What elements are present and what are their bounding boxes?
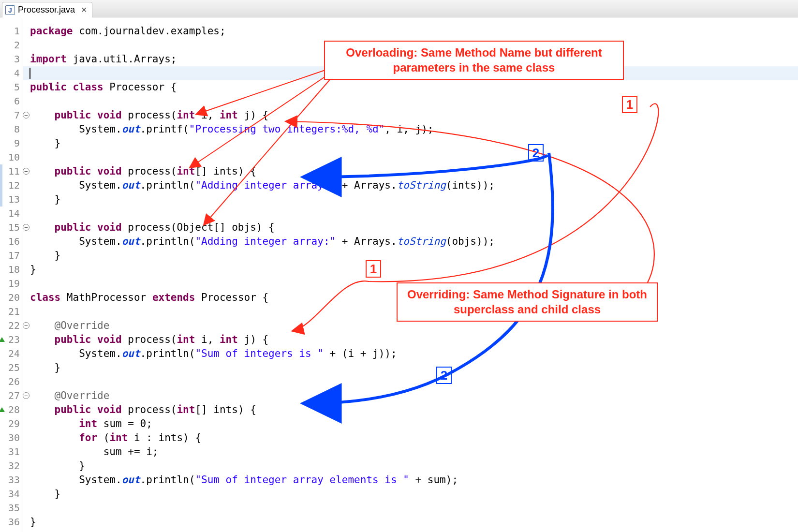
- editor-tab-active[interactable]: J Processor.java ✕: [2, 2, 92, 17]
- java-file-icon: J: [5, 5, 15, 15]
- code-line[interactable]: [30, 150, 798, 164]
- code-line[interactable]: int sum = 0;: [30, 417, 798, 431]
- code-line[interactable]: }: [30, 515, 798, 529]
- line-number: 15‒: [0, 221, 23, 235]
- line-number: 27‒: [0, 389, 23, 403]
- code-line[interactable]: public void process(int[] ints) {: [30, 164, 798, 178]
- line-number: 1: [0, 24, 23, 38]
- code-line[interactable]: public void process(Object[] objs) {: [30, 221, 798, 235]
- code-line[interactable]: }: [30, 136, 798, 150]
- line-number: 18: [0, 263, 23, 277]
- line-number: 28: [0, 403, 23, 417]
- line-number: 13: [0, 192, 23, 207]
- code-line[interactable]: public void process(int i, int j) {: [30, 108, 798, 122]
- code-line[interactable]: public void process(int[] ints) {: [30, 403, 798, 417]
- line-number: 2: [0, 38, 23, 52]
- tab-filename: Processor.java: [18, 5, 75, 15]
- override-marker-icon[interactable]: [0, 337, 5, 342]
- code-line[interactable]: [30, 501, 798, 515]
- line-number: 34: [0, 487, 23, 501]
- line-number: 14: [0, 207, 23, 221]
- code-line[interactable]: for (int i : ints) {: [30, 431, 798, 445]
- override-marker-icon[interactable]: [0, 407, 5, 412]
- code-area[interactable]: package com.journaldev.examples;import j…: [23, 17, 798, 532]
- code-line[interactable]: System.out.println("Adding integer array…: [30, 178, 798, 192]
- editor: 1234567‒891011‒12131415‒16171819202122‒2…: [0, 17, 798, 532]
- code-line[interactable]: [23, 66, 798, 80]
- code-line[interactable]: System.out.printf("Processing two intege…: [30, 122, 798, 136]
- line-number: 17: [0, 249, 23, 263]
- line-number: 3: [0, 52, 23, 66]
- line-number: 20: [0, 291, 23, 305]
- line-number: 33: [0, 473, 23, 487]
- line-number: 32: [0, 459, 23, 473]
- code-line[interactable]: System.out.println("Sum of integers is "…: [30, 347, 798, 361]
- code-line[interactable]: }: [30, 263, 798, 277]
- line-number: 11‒: [0, 164, 23, 178]
- code-line[interactable]: }: [30, 361, 798, 375]
- code-line[interactable]: }: [30, 487, 798, 501]
- code-line[interactable]: }: [30, 192, 798, 207]
- line-number: 6: [0, 94, 23, 108]
- line-number: 24: [0, 347, 23, 361]
- line-number: 29: [0, 417, 23, 431]
- code-line[interactable]: import java.util.Arrays;: [30, 52, 798, 66]
- code-line[interactable]: [30, 207, 798, 221]
- line-number: 19: [0, 277, 23, 291]
- line-number: 10: [0, 150, 23, 164]
- line-number: 26: [0, 375, 23, 389]
- code-line[interactable]: sum += i;: [30, 445, 798, 459]
- line-number: 4: [0, 66, 23, 80]
- line-number: 22‒: [0, 319, 23, 333]
- line-number: 5: [0, 80, 23, 94]
- line-number: 7‒: [0, 108, 23, 122]
- line-number: 12: [0, 178, 23, 192]
- warning-stripe: [0, 164, 2, 207]
- code-line[interactable]: System.out.println("Sum of integer array…: [30, 473, 798, 487]
- code-line[interactable]: @Override: [30, 319, 798, 333]
- line-number: 16: [0, 235, 23, 249]
- code-line[interactable]: @Override: [30, 389, 798, 403]
- code-line[interactable]: [30, 305, 798, 319]
- line-number: 30: [0, 431, 23, 445]
- code-line[interactable]: [30, 375, 798, 389]
- text-cursor: [30, 68, 30, 79]
- code-line[interactable]: class MathProcessor extends Processor {: [30, 291, 798, 305]
- line-number: 35: [0, 501, 23, 515]
- code-line[interactable]: [30, 277, 798, 291]
- tab-bar: J Processor.java ✕: [0, 0, 798, 17]
- line-number: 23: [0, 333, 23, 347]
- line-number: 8: [0, 122, 23, 136]
- line-number: 31: [0, 445, 23, 459]
- code-line[interactable]: [30, 94, 798, 108]
- code-line[interactable]: }: [30, 249, 798, 263]
- code-line[interactable]: }: [30, 459, 798, 473]
- code-line[interactable]: package com.journaldev.examples;: [30, 24, 798, 38]
- code-line[interactable]: System.out.println("Adding integer array…: [30, 235, 798, 249]
- code-line[interactable]: public class Processor {: [30, 80, 798, 94]
- line-number-gutter: 1234567‒891011‒12131415‒16171819202122‒2…: [0, 17, 23, 532]
- code-line[interactable]: [30, 38, 798, 52]
- line-number: 21: [0, 305, 23, 319]
- line-number: 9: [0, 136, 23, 150]
- line-number: 25: [0, 361, 23, 375]
- line-number: 36: [0, 515, 23, 529]
- code-line[interactable]: public void process(int i, int j) {: [30, 333, 798, 347]
- close-icon[interactable]: ✕: [81, 5, 87, 15]
